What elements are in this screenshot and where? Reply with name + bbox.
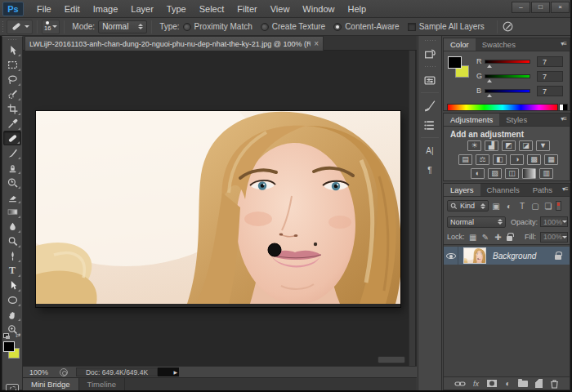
brush-presets-panel-icon[interactable]: [421, 117, 439, 133]
filter-adjustment-layers-icon[interactable]: ◐: [503, 202, 515, 211]
menu-item-help[interactable]: Help: [341, 2, 373, 16]
photo-filter-icon[interactable]: ◑: [510, 154, 524, 165]
foreground-color-swatch[interactable]: [448, 56, 462, 69]
red-value[interactable]: 7: [537, 56, 563, 67]
tool-preset-picker[interactable]: [7, 20, 33, 34]
status-flyout-button[interactable]: ▶: [158, 368, 179, 376]
tool-blur[interactable]: [3, 219, 21, 234]
color-spectrum-ramp[interactable]: [447, 104, 558, 111]
swap-colors-icon[interactable]: ⇄: [16, 332, 20, 339]
minimize-button[interactable]: –: [512, 2, 530, 13]
tab-paths[interactable]: Paths: [526, 184, 559, 196]
tab-adjustments[interactable]: Adjustments: [444, 114, 499, 126]
tool-dodge[interactable]: [3, 234, 21, 248]
delete-layer-icon[interactable]: [550, 379, 559, 389]
slider-thumb-icon[interactable]: [487, 65, 492, 68]
blend-mode-select[interactable]: Normal: [447, 216, 506, 228]
tool-eraser[interactable]: [3, 189, 21, 204]
tab-color[interactable]: Color: [444, 38, 476, 51]
brush-size-picker[interactable]: 16: [42, 20, 60, 34]
tab-styles[interactable]: Styles: [499, 114, 534, 126]
menu-item-view[interactable]: View: [264, 2, 297, 16]
panel-menu-icon[interactable]: ▾≡: [557, 38, 570, 51]
menu-item-select[interactable]: Select: [193, 2, 231, 16]
vibrance-icon[interactable]: ▼: [536, 140, 550, 151]
close-button[interactable]: ×: [551, 2, 570, 13]
fill-field[interactable]: 100%: [540, 232, 568, 243]
layer-thumbnail[interactable]: [463, 247, 486, 264]
radio-create-texture[interactable]: Create Texture: [261, 22, 325, 31]
menu-item-layer[interactable]: Layer: [124, 2, 160, 16]
filter-shape-layers-icon[interactable]: ▢: [530, 202, 541, 211]
lock-all-icon[interactable]: [507, 236, 513, 241]
tool-eyedropper[interactable]: [3, 116, 21, 131]
color-balance-icon[interactable]: ⚖: [476, 154, 489, 165]
zoom-level[interactable]: 100%: [29, 368, 48, 376]
horizontal-scrollbar-thumb[interactable]: [378, 356, 405, 363]
tab-channels[interactable]: Channels: [480, 184, 526, 196]
filter-pixel-layers-icon[interactable]: ▣: [490, 202, 502, 211]
selective-color-icon[interactable]: ▥: [539, 168, 553, 179]
tool-ellipse-shape[interactable]: [3, 292, 21, 307]
canvas-area[interactable]: [23, 51, 417, 366]
layer-style-icon[interactable]: fx: [473, 380, 479, 388]
red-slider[interactable]: [485, 60, 530, 64]
posterize-icon[interactable]: ▨: [488, 168, 502, 179]
tab-layers[interactable]: Layers: [444, 184, 480, 196]
menu-item-window[interactable]: Window: [296, 2, 341, 16]
filter-type-layers-icon[interactable]: T: [516, 202, 528, 211]
visibility-toggle[interactable]: [444, 247, 458, 265]
default-colors-icon[interactable]: [3, 333, 9, 338]
close-tab-icon[interactable]: ×: [314, 40, 319, 48]
tool-gradient[interactable]: [3, 204, 21, 219]
layer-row-background[interactable]: Background: [444, 247, 570, 265]
brush-panel-icon[interactable]: [421, 97, 439, 114]
maximize-button[interactable]: □: [531, 2, 550, 13]
foreground-color-swatch[interactable]: [3, 341, 15, 352]
tool-hand[interactable]: [3, 307, 21, 322]
green-slider[interactable]: [485, 74, 530, 78]
lock-position-icon[interactable]: ✚: [494, 233, 502, 242]
black-white-icon[interactable]: ◧: [493, 154, 507, 165]
lock-pixels-icon[interactable]: ✎: [481, 233, 489, 242]
opacity-field[interactable]: 100%: [540, 216, 568, 227]
levels-icon[interactable]: ▟: [485, 140, 498, 151]
add-mask-icon[interactable]: [486, 379, 498, 388]
document-tab[interactable]: LWLijP-20161103-anh-chan-dung-20-nguoi-p…: [25, 36, 324, 51]
paragraph-panel-icon[interactable]: ¶: [421, 162, 439, 178]
tool-path-selection[interactable]: [3, 278, 21, 292]
tool-rectangular-marquee[interactable]: [3, 57, 21, 72]
adobe-drive-icon[interactable]: [60, 368, 68, 376]
menu-item-file[interactable]: File: [30, 2, 58, 16]
doc-size-info[interactable]: Doc: 649.4K/649.4K: [76, 368, 158, 376]
link-layers-icon[interactable]: [454, 380, 466, 388]
curves-icon[interactable]: ◩: [502, 140, 516, 151]
menu-item-edit[interactable]: Edit: [58, 2, 87, 16]
radio-content-aware[interactable]: Content-Aware: [333, 22, 400, 31]
hue-saturation-icon[interactable]: ▤: [458, 154, 472, 165]
checkbox-sample-all-layers[interactable]: Sample All Layers: [408, 22, 485, 31]
tool-crop[interactable]: [3, 101, 21, 116]
tool-move[interactable]: [3, 42, 21, 57]
spectrum-bw-end[interactable]: [559, 104, 568, 111]
panel-menu-icon[interactable]: ▾≡: [559, 184, 571, 196]
vertical-scrollbar[interactable]: [409, 51, 415, 366]
tool-history-brush[interactable]: [3, 175, 21, 189]
slider-thumb-icon[interactable]: [487, 94, 492, 97]
filter-kind-select[interactable]: Kind: [447, 200, 489, 212]
filter-smart-objects-icon[interactable]: ❏: [543, 202, 554, 211]
tool-pen[interactable]: [3, 248, 21, 263]
blue-slider[interactable]: [485, 89, 530, 93]
tab-timeline[interactable]: Timeline: [79, 378, 126, 390]
tablet-pressure-icon[interactable]: [502, 20, 514, 33]
menu-item-filter[interactable]: Filter: [230, 2, 263, 16]
color-lookup-icon[interactable]: ▦: [544, 154, 558, 165]
new-group-icon[interactable]: [518, 381, 528, 387]
radio-proximity-match[interactable]: Proximity Match: [183, 22, 252, 31]
gradient-map-icon[interactable]: [522, 168, 536, 179]
new-layer-icon[interactable]: [535, 379, 543, 388]
layer-name[interactable]: Background: [493, 252, 555, 261]
invert-icon[interactable]: ◐: [471, 168, 485, 179]
tab-mini-bridge[interactable]: Mini Bridge: [23, 378, 79, 390]
channel-mixer-icon[interactable]: ▩: [527, 154, 541, 165]
